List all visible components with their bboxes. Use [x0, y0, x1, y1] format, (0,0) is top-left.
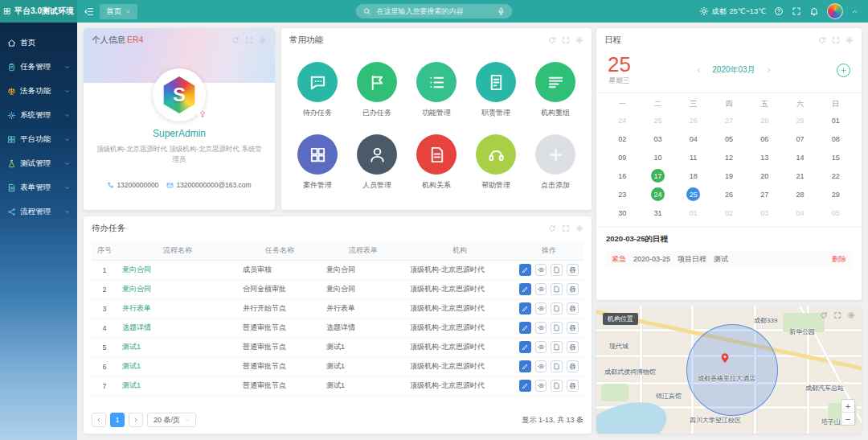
- quick-function-item[interactable]: 机构关系: [407, 134, 466, 191]
- calendar-day[interactable]: 29: [782, 111, 817, 130]
- print-button[interactable]: [567, 360, 579, 372]
- map-canvas[interactable]: 成都339新华公园现代城成都武侯祠博物馆成都香格里拉大酒店锦江宾馆四川大学望江校…: [596, 306, 862, 434]
- calendar-day[interactable]: 19: [711, 167, 747, 185]
- calendar-day[interactable]: 25: [640, 111, 675, 130]
- quick-function-item[interactable]: 已办任务: [347, 62, 407, 118]
- add-event-button[interactable]: [837, 64, 850, 77]
- user-avatar[interactable]: [827, 3, 843, 19]
- calendar-day[interactable]: 11: [676, 148, 711, 167]
- view-button[interactable]: [535, 380, 547, 392]
- fullscreen-icon[interactable]: [832, 36, 840, 44]
- calendar-day[interactable]: 02: [604, 130, 640, 148]
- tab-home[interactable]: 首页: [100, 4, 137, 19]
- quick-function-item[interactable]: 机构重组: [526, 62, 585, 118]
- view-button[interactable]: [535, 360, 547, 372]
- calendar-day[interactable]: 22: [818, 167, 854, 185]
- refresh-icon[interactable]: [548, 36, 556, 44]
- calendar-day[interactable]: 01: [676, 204, 711, 222]
- process-name-link[interactable]: 选题详情: [122, 323, 151, 331]
- sidebar-item-3[interactable]: 法务功能: [0, 79, 77, 103]
- calendar-day[interactable]: 02: [711, 204, 747, 222]
- gear-icon[interactable]: [575, 224, 583, 232]
- process-name-link[interactable]: 意向合同: [122, 265, 151, 273]
- edit-button[interactable]: [519, 341, 531, 353]
- sidebar-item-2[interactable]: 任务管理: [0, 55, 77, 79]
- calendar-day[interactable]: 24: [640, 185, 675, 204]
- gear-icon[interactable]: [575, 36, 583, 44]
- close-tab-icon[interactable]: [125, 9, 131, 14]
- calendar-day[interactable]: 12: [711, 148, 747, 167]
- calendar-day[interactable]: 01: [818, 111, 854, 130]
- fullscreen-icon[interactable]: [245, 36, 253, 44]
- page-size-select[interactable]: 20 条/页: [147, 413, 196, 427]
- process-name-link[interactable]: 测试1: [122, 381, 141, 389]
- refresh-icon[interactable]: [231, 36, 240, 44]
- sidebar-item-5[interactable]: 平台功能: [0, 127, 77, 151]
- form-button[interactable]: [551, 380, 563, 392]
- view-button[interactable]: [535, 322, 547, 334]
- calendar-day[interactable]: 28: [747, 111, 782, 130]
- calendar-day[interactable]: 26: [676, 111, 711, 130]
- process-name-link[interactable]: 测试1: [122, 343, 141, 351]
- edit-button[interactable]: [519, 322, 531, 334]
- sidebar-item-6[interactable]: 测试管理: [0, 151, 77, 175]
- form-button[interactable]: [551, 360, 563, 372]
- calendar-day[interactable]: 03: [640, 130, 675, 148]
- calendar-day[interactable]: 16: [604, 167, 640, 185]
- refresh-icon[interactable]: [548, 224, 556, 232]
- print-button[interactable]: [567, 341, 579, 353]
- form-button[interactable]: [551, 302, 563, 315]
- calendar-day[interactable]: 05: [818, 204, 854, 222]
- fullscreen-icon[interactable]: [562, 224, 570, 232]
- calendar-day[interactable]: 30: [604, 204, 640, 222]
- form-button[interactable]: [551, 283, 563, 295]
- quick-function-item[interactable]: 案件管理: [288, 134, 347, 191]
- calendar-day[interactable]: 08: [818, 130, 854, 148]
- process-name-link[interactable]: 并行表单: [122, 304, 151, 312]
- calendar-day[interactable]: 28: [782, 185, 817, 204]
- form-button[interactable]: [551, 264, 563, 276]
- gear-icon[interactable]: [259, 36, 267, 44]
- user-menu-chevron-icon[interactable]: [851, 8, 858, 15]
- sidebar-item-8[interactable]: 流程管理: [0, 199, 77, 224]
- page-1-button[interactable]: 1: [110, 413, 125, 427]
- calendar-day[interactable]: 06: [747, 130, 782, 148]
- calendar-day[interactable]: 04: [782, 204, 817, 222]
- calendar-day[interactable]: 24: [604, 111, 640, 130]
- calendar-day[interactable]: 20: [747, 167, 782, 185]
- quick-function-item[interactable]: 职责管理: [466, 62, 526, 118]
- edit-button[interactable]: [519, 360, 531, 372]
- print-button[interactable]: [567, 302, 579, 315]
- print-button[interactable]: [567, 380, 579, 392]
- edit-button[interactable]: [519, 380, 531, 392]
- print-button[interactable]: [567, 283, 579, 295]
- sidebar-item-7[interactable]: 表单管理: [0, 175, 77, 199]
- calendar-day[interactable]: 21: [782, 167, 817, 185]
- edit-button[interactable]: [519, 283, 531, 295]
- global-search[interactable]: [356, 4, 513, 19]
- form-button[interactable]: [551, 341, 563, 353]
- refresh-icon[interactable]: [820, 311, 828, 319]
- process-name-link[interactable]: 测试1: [122, 362, 141, 370]
- quick-function-item[interactable]: 待办任务: [288, 62, 347, 118]
- quick-function-item[interactable]: 人员管理: [347, 134, 407, 191]
- search-input[interactable]: [375, 6, 493, 16]
- calendar-day[interactable]: 07: [782, 130, 817, 148]
- print-button[interactable]: [567, 322, 579, 334]
- zoom-in-button[interactable]: +: [841, 400, 854, 412]
- edit-button[interactable]: [519, 264, 531, 276]
- quick-function-item[interactable]: 功能管理: [407, 62, 466, 118]
- calendar-day[interactable]: 26: [711, 185, 747, 204]
- avatar[interactable]: S: [153, 68, 206, 121]
- calendar-day[interactable]: 09: [604, 148, 640, 167]
- calendar-day[interactable]: 05: [711, 130, 747, 148]
- delete-event-button[interactable]: 删除: [832, 254, 846, 265]
- sidebar-collapse-button[interactable]: [77, 6, 100, 17]
- prev-month-button[interactable]: [695, 67, 702, 74]
- calendar-day[interactable]: 17: [640, 167, 675, 185]
- microphone-icon[interactable]: [497, 7, 506, 15]
- gear-icon[interactable]: [845, 36, 854, 44]
- sidebar-item-1[interactable]: 首页: [0, 31, 77, 55]
- print-button[interactable]: [567, 264, 579, 276]
- next-month-button[interactable]: [765, 67, 772, 74]
